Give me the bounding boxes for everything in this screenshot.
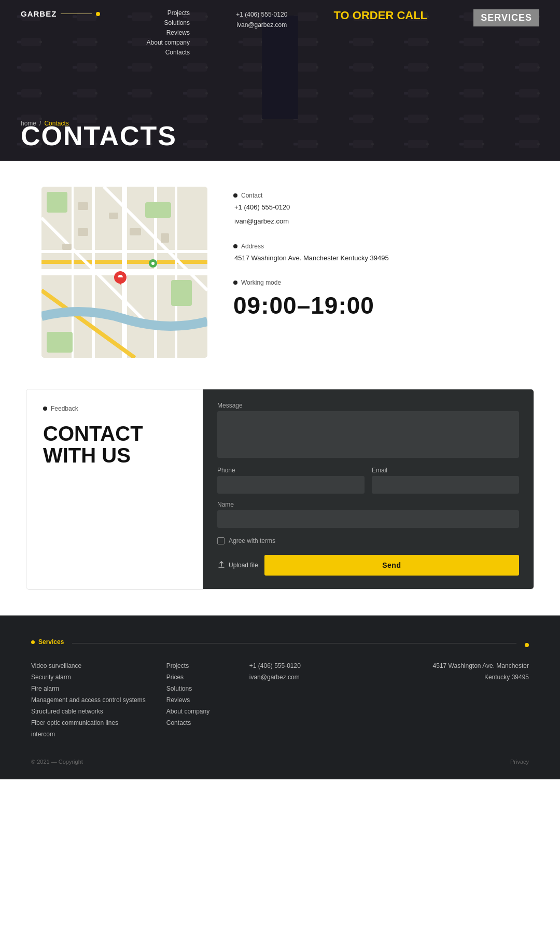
contact-info: Contact +1 (406) 555-0120 ivan@garbez.co… [233,187,519,319]
phone-label: Phone [217,467,365,474]
footer-service-2[interactable]: Fire alarm [31,685,146,692]
send-button[interactable]: Send [264,555,519,576]
nav-projects[interactable]: Projects [167,9,190,17]
message-label: Message [217,402,519,409]
phone-email-row: Phone Email [217,467,519,494]
logo-dot [96,12,100,16]
message-group: Message [217,402,519,459]
email-label: Email [372,467,519,474]
feedback-section: Feedback CONTACT WITH US Message Phone E… [26,389,534,590]
contact-address: 4517 Washington Ave. Manchester Kentucky… [233,253,519,264]
logo-area: GARBEZ [21,9,100,18]
footer-nav-4[interactable]: About company [166,708,229,715]
email-input[interactable] [372,476,519,494]
footer-nav-0[interactable]: Projects [166,662,229,669]
hero-section: GARBEZ Projects Solutions Reviews About … [0,0,560,161]
footer-columns: Video surveillance Security alarm Fire a… [31,662,529,738]
footer-divider [72,643,516,643]
footer-phone: +1 (406) 555-0120 [249,662,312,669]
feedback-label: Feedback [43,405,186,412]
message-input[interactable] [217,411,519,458]
map-container[interactable] [41,187,207,358]
footer-service-1[interactable]: Security alarm [31,674,146,681]
phone-input[interactable] [217,476,365,494]
upload-icon [217,561,226,569]
footer-services-title: Services [31,638,64,646]
svg-rect-15 [47,332,73,353]
footer-email: ivan@garbez.com [249,674,312,681]
terms-row: Agree with terms [217,537,519,544]
nav-contacts[interactable]: Contacts [165,49,190,56]
svg-rect-20 [78,228,88,236]
footer-nav-col: Projects Prices Solutions Reviews About … [166,662,229,738]
footer-contact-col: +1 (406) 555-0120 ivan@garbez.com [249,662,312,738]
footer-service-4[interactable]: Structured cable networks [31,708,146,715]
contact-email: ivan@garbez.com [233,216,519,227]
footer-service-5[interactable]: Fiber optic communication lines [31,719,146,726]
footer-services-col: Video surveillance Security alarm Fire a… [31,662,146,738]
svg-rect-13 [145,202,171,218]
dot-icon [43,407,47,411]
footer-nav-5[interactable]: Contacts [166,719,229,726]
footer-copyright: © 2021 — Copyright [31,759,83,765]
working-hours: 09:00–19:00 [233,291,519,319]
footer-header-row: Services [31,638,529,648]
header-contact: +1 (406) 555-0120 ivan@garbez.com [236,9,287,31]
working-label: Working mode [233,279,519,286]
svg-rect-14 [171,280,192,306]
name-input[interactable] [217,510,519,528]
svg-rect-17 [109,213,118,219]
feedback-heading: CONTACT WITH US [43,423,186,466]
footer-address-col: 4517 Washington Ave. Manchester Kentucky… [433,662,529,738]
dot-icon [233,244,237,248]
footer-dot-icon [31,640,35,644]
svg-rect-18 [130,228,141,235]
name-label: Name [217,501,519,508]
header-phone: +1 (406) 555-0120 [236,9,287,20]
address-label: Address [233,243,519,250]
feedback-left: Feedback CONTACT WITH US [26,389,203,589]
footer-service-0[interactable]: Video surveillance [31,662,146,669]
footer-nav-3[interactable]: Reviews [166,696,229,704]
dot-icon [233,281,237,285]
header-email: ivan@garbez.com [236,20,287,30]
footer-service-6[interactable]: intercom [31,731,146,738]
contact-block: Contact +1 (406) 555-0120 ivan@garbez.co… [233,192,519,227]
nav-about[interactable]: About company [147,39,190,46]
phone-group: Phone [217,467,365,494]
svg-point-26 [151,262,155,265]
footer-dot-right [525,643,529,647]
name-group: Name [217,501,519,528]
svg-rect-19 [161,233,169,243]
footer-nav-1[interactable]: Prices [166,674,229,681]
form-actions: Upload file Send [217,555,519,576]
services-button[interactable]: SERVICES [473,9,539,26]
footer-service-3[interactable]: Management and access control systems [31,696,146,704]
dot-icon [233,193,237,198]
contacts-section: Contact +1 (406) 555-0120 ivan@garbez.co… [0,161,560,389]
contact-phone: +1 (406) 555-0120 [233,202,519,213]
upload-button[interactable]: Upload file [217,561,258,569]
terms-checkbox[interactable] [217,537,225,544]
footer: Services Video surveillance Security ala… [0,615,560,779]
nav: GARBEZ Projects Solutions Reviews About … [0,0,560,56]
footer-address-1: 4517 Washington Ave. Manchester [433,662,529,669]
nav-solutions[interactable]: Solutions [164,19,190,26]
nav-links: Projects Solutions Reviews About company… [147,9,190,56]
footer-address-2: Kentucky 39495 [433,674,529,681]
footer-nav-2[interactable]: Solutions [166,685,229,692]
footer-bottom: © 2021 — Copyright Privacy [31,759,529,765]
logo-dash [61,13,92,14]
cta-text[interactable]: TO ORDER CALL [334,9,427,22]
nav-reviews[interactable]: Reviews [166,29,190,36]
address-block: Address 4517 Washington Ave. Manchester … [233,243,519,264]
svg-rect-16 [78,202,88,210]
contact-label: Contact [233,192,519,199]
svg-rect-12 [47,192,67,213]
email-group: Email [372,467,519,494]
feedback-form: Message Phone Email Name Agree with term… [203,389,534,589]
working-block: Working mode 09:00–19:00 [233,279,519,319]
page-title: CONTACTS [21,120,177,151]
logo[interactable]: GARBEZ [21,9,57,18]
footer-privacy[interactable]: Privacy [510,759,529,765]
